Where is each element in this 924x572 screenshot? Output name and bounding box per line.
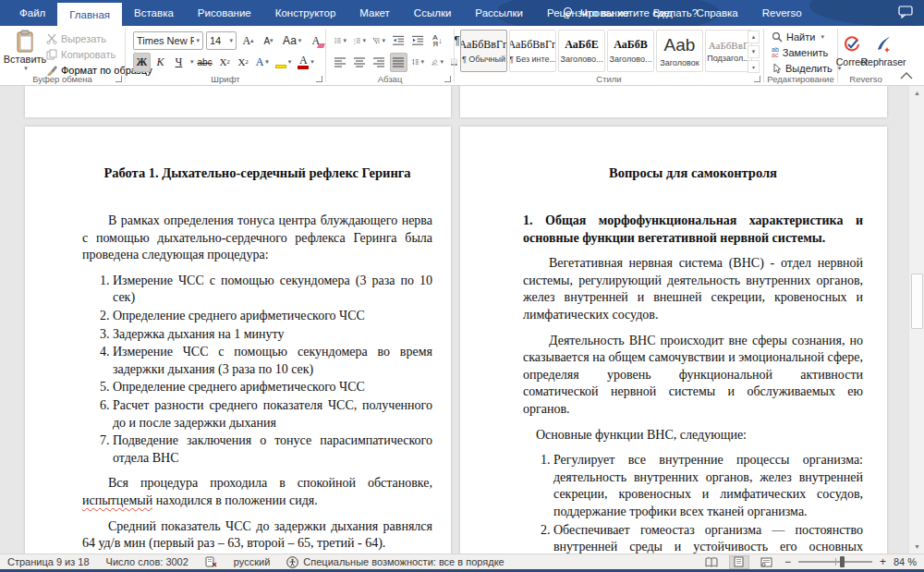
paste-label: Вставить (4, 54, 47, 65)
font-dialog-launcher[interactable] (316, 76, 322, 82)
accessibility-indicator[interactable]: Специальные возможности: все в порядке (286, 556, 504, 568)
shading-button[interactable]: ▾ (429, 53, 446, 72)
font-color-bar-icon (298, 66, 309, 69)
tab-home[interactable]: Главная (57, 3, 122, 26)
styles-scroll-down-button[interactable]: ▼ (748, 45, 760, 58)
proofing-status-icon[interactable] (205, 556, 217, 567)
sort-button[interactable]: АЯ↓ (429, 31, 446, 51)
procedure-item: Измерение ЧСС с помощью секундомера во в… (113, 344, 432, 378)
underline-button[interactable]: Ч (170, 53, 188, 72)
page-number-indicator[interactable]: Страница 9 из 18 (7, 556, 90, 567)
document-area[interactable]: Работа 1. Дыхательно-сердечный рефлекс Г… (0, 86, 924, 554)
accessibility-icon (286, 556, 298, 568)
superscript-button[interactable]: X2 (235, 53, 252, 72)
tab-mailings[interactable]: Рассылки (463, 0, 535, 26)
read-mode-button[interactable] (701, 555, 722, 569)
multilevel-list-button[interactable]: ▾ (371, 31, 388, 51)
align-right-button[interactable] (371, 53, 388, 72)
subscript-button[interactable]: X2 (216, 53, 234, 72)
clipboard-caption: Буфер обмена (0, 74, 125, 84)
style-heading2[interactable]: АаБбВЗаголово... (607, 30, 654, 72)
functions-list: Регулирует все внутренние процессы орган… (523, 452, 863, 554)
styles-dialog-launcher[interactable] (754, 76, 760, 82)
numbering-button[interactable]: 123▾ (351, 31, 369, 51)
strikethrough-button[interactable]: abc (195, 53, 215, 72)
tab-draw[interactable]: Рисование (186, 0, 263, 26)
scrollbar-down-button[interactable]: ▼ (909, 540, 924, 554)
group-styles: АаБбВвГг,¶ Обычный АаБбВвГг,¶ Без инте..… (455, 26, 763, 85)
scrollbar-thumb[interactable] (911, 274, 923, 329)
tab-references[interactable]: Ссылки (402, 0, 464, 26)
function-item: Регулирует все внутренние процессы орган… (553, 452, 863, 520)
font-size-value: 14 (210, 35, 227, 46)
comments-icon[interactable] (898, 6, 913, 18)
align-left-button[interactable] (332, 53, 349, 72)
tab-file[interactable]: Файл (7, 0, 57, 26)
editing-caption: Редактирование (764, 74, 837, 84)
collapse-ribbon-button[interactable] (900, 72, 913, 79)
tell-me-search[interactable]: Что вы хотите сделать? (562, 0, 698, 26)
find-button[interactable]: Найти▾ (772, 30, 841, 44)
styles-more-button[interactable]: ▾ (748, 60, 760, 73)
highlight-color-button[interactable]: ▾ (273, 53, 295, 72)
paste-dropdown-icon: ▾ (24, 65, 28, 72)
bold-button[interactable]: Ж (133, 53, 151, 72)
paragraph-dialog-launcher[interactable] (444, 76, 451, 82)
style-heading1[interactable]: АаБбЕЗаголово... (558, 30, 605, 72)
bullets-button[interactable]: ▾ (332, 31, 349, 51)
font-size-select[interactable]: 14 ▾ (206, 31, 237, 50)
reverso-caption: Reverso (838, 74, 894, 84)
eraser-icon (317, 43, 325, 48)
print-layout-button[interactable] (729, 555, 749, 569)
underline-dropdown-icon[interactable]: ▾ (190, 58, 194, 66)
tab-layout[interactable]: Макет (347, 0, 402, 26)
style-subtitle[interactable]: АаБбВвГПодзагол... (705, 30, 752, 72)
zoom-slider-thumb[interactable] (840, 556, 845, 567)
justify-button[interactable] (390, 53, 407, 72)
clear-formatting-button[interactable]: А (307, 31, 324, 51)
italic-button[interactable]: К (152, 53, 169, 72)
left-paragraph-1: В рамках определения тонуса центра блужд… (82, 213, 432, 264)
tab-reverso[interactable]: Reverso (750, 0, 814, 26)
left-page-heading: Работа 1. Дыхательно-сердечный рефлекс Г… (82, 165, 432, 181)
previous-page-left-bottom (25, 86, 451, 117)
style-title[interactable]: АabЗаголовок (656, 30, 703, 72)
font-color-button[interactable]: А▾ (295, 53, 317, 72)
language-indicator[interactable]: русский (234, 556, 270, 567)
shrink-font-button[interactable]: А▾ (260, 31, 277, 51)
word-count-indicator[interactable]: Число слов: 3002 (106, 556, 188, 567)
tab-design[interactable]: Конструктор (263, 0, 348, 26)
styles-scroll-up-button[interactable]: ▲ (748, 30, 760, 43)
line-spacing-button[interactable]: ▾ (409, 53, 427, 72)
replace-button[interactable]: abac Заменить (772, 45, 841, 60)
font-family-select[interactable]: Times New Roman ▾ (133, 31, 203, 50)
zoom-in-button[interactable]: + (880, 555, 886, 568)
font-family-value: Times New Roman (137, 35, 194, 46)
misspelled-word: испытцемый (82, 493, 152, 507)
increase-indent-button[interactable] (409, 31, 427, 51)
reverso-rephraser-button[interactable]: Rephraser (869, 29, 897, 73)
grow-font-button[interactable]: А▴ (239, 31, 257, 51)
scrollbar-up-button[interactable]: ▲ (909, 86, 924, 100)
zoom-out-button[interactable]: − (784, 555, 791, 568)
zoom-level-indicator[interactable]: 84 % (894, 556, 917, 567)
text-effects-button[interactable]: А▾ (253, 53, 272, 72)
correct-check-icon (843, 35, 861, 54)
align-center-button[interactable] (351, 53, 369, 72)
paragraph-caption: Абзац (326, 74, 454, 84)
clipboard-dialog-launcher[interactable] (116, 76, 122, 82)
style-no-spacing[interactable]: АаБбВвГг,¶ Без инте... (509, 30, 556, 72)
page-left[interactable]: Работа 1. Дыхательно-сердечный рефлекс Г… (25, 127, 451, 554)
change-case-button[interactable]: Аа▾ (280, 31, 304, 51)
page-right[interactable]: Вопросы для самоконтроля 1. Общая морфоф… (460, 127, 887, 554)
zoom-slider[interactable] (798, 561, 872, 563)
svg-text:3: 3 (354, 43, 356, 45)
vertical-scrollbar[interactable]: ▲ ▼ (908, 86, 924, 554)
style-normal[interactable]: АаБбВвГг,¶ Обычный (460, 30, 507, 72)
decrease-indent-button[interactable] (390, 31, 407, 51)
rephraser-quill-icon (874, 35, 893, 54)
copy-icon (46, 49, 57, 60)
web-layout-button[interactable] (757, 555, 777, 569)
font-size-dropdown-icon: ▾ (229, 37, 233, 44)
tab-insert[interactable]: Вставка (122, 0, 186, 26)
